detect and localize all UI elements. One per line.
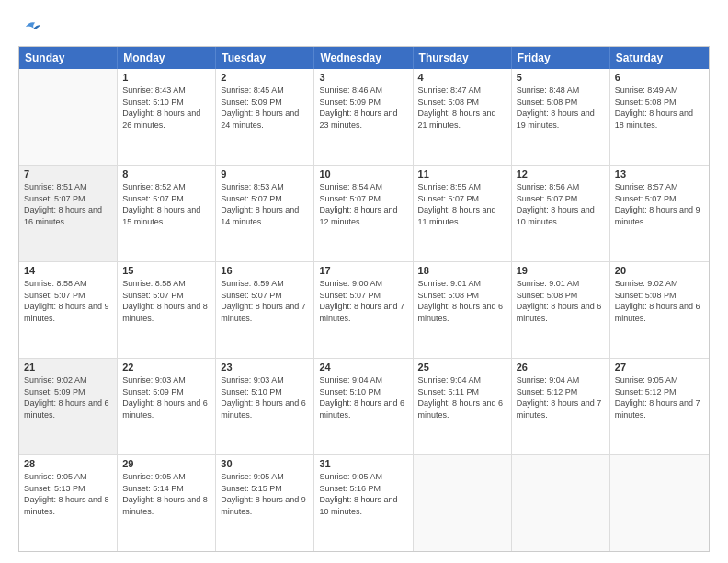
day-number: 3 — [319, 72, 407, 83]
day-number: 25 — [418, 362, 506, 373]
day-number: 21 — [24, 362, 112, 373]
day-number: 7 — [24, 168, 112, 179]
cell-info: Sunrise: 9:03 AMSunset: 5:10 PMDaylight:… — [221, 374, 309, 420]
calendar-cell: 9Sunrise: 8:53 AMSunset: 5:07 PMDaylight… — [216, 166, 314, 261]
calendar-cell: 28Sunrise: 9:05 AMSunset: 5:13 PMDayligh… — [19, 455, 118, 551]
calendar-header-cell: Wednesday — [314, 47, 413, 69]
calendar-cell: 11Sunrise: 8:55 AMSunset: 5:07 PMDayligh… — [414, 166, 512, 261]
calendar-row: 28Sunrise: 9:05 AMSunset: 5:13 PMDayligh… — [19, 455, 709, 551]
calendar-cell: 22Sunrise: 9:03 AMSunset: 5:09 PMDayligh… — [118, 359, 216, 454]
cell-info: Sunrise: 8:59 AMSunset: 5:07 PMDaylight:… — [221, 278, 309, 324]
calendar-cell: 30Sunrise: 9:05 AMSunset: 5:15 PMDayligh… — [216, 455, 314, 551]
cell-info: Sunrise: 9:04 AMSunset: 5:11 PMDaylight:… — [418, 374, 506, 420]
cell-info: Sunrise: 9:02 AMSunset: 5:09 PMDaylight:… — [24, 374, 112, 420]
cell-info: Sunrise: 8:48 AMSunset: 5:08 PMDaylight:… — [517, 85, 605, 131]
calendar-cell: 3Sunrise: 8:46 AMSunset: 5:09 PMDaylight… — [314, 69, 413, 165]
cell-info: Sunrise: 9:05 AMSunset: 5:15 PMDaylight:… — [221, 471, 309, 517]
day-number: 12 — [517, 168, 605, 179]
calendar-cell: 15Sunrise: 8:58 AMSunset: 5:07 PMDayligh… — [118, 262, 216, 358]
cell-info: Sunrise: 9:05 AMSunset: 5:13 PMDaylight:… — [24, 471, 112, 517]
calendar-cell: 27Sunrise: 9:05 AMSunset: 5:12 PMDayligh… — [610, 359, 709, 454]
logo-bird-icon — [20, 17, 40, 37]
cell-info: Sunrise: 8:56 AMSunset: 5:07 PMDaylight:… — [517, 181, 605, 227]
day-number: 10 — [319, 168, 407, 179]
day-number: 1 — [122, 72, 210, 83]
calendar-cell: 17Sunrise: 9:00 AMSunset: 5:07 PMDayligh… — [314, 262, 413, 358]
day-number: 4 — [418, 72, 506, 83]
calendar: SundayMondayTuesdayWednesdayThursdayFrid… — [18, 46, 710, 552]
cell-info: Sunrise: 9:04 AMSunset: 5:10 PMDaylight:… — [319, 374, 407, 420]
calendar-cell: 10Sunrise: 8:54 AMSunset: 5:07 PMDayligh… — [314, 166, 413, 261]
calendar-cell: 16Sunrise: 8:59 AMSunset: 5:07 PMDayligh… — [216, 262, 314, 358]
day-number: 11 — [418, 168, 506, 179]
calendar-header-cell: Thursday — [414, 47, 512, 69]
calendar-cell — [512, 455, 610, 551]
calendar-cell: 8Sunrise: 8:52 AMSunset: 5:07 PMDaylight… — [118, 166, 216, 261]
day-number: 9 — [221, 168, 309, 179]
day-number: 29 — [122, 458, 210, 469]
calendar-cell: 24Sunrise: 9:04 AMSunset: 5:10 PMDayligh… — [314, 359, 413, 454]
cell-info: Sunrise: 9:05 AMSunset: 5:16 PMDaylight:… — [319, 471, 407, 517]
day-number: 17 — [319, 265, 407, 276]
calendar-cell — [19, 69, 118, 165]
cell-info: Sunrise: 9:05 AMSunset: 5:12 PMDaylight:… — [615, 374, 704, 420]
calendar-cell: 14Sunrise: 8:58 AMSunset: 5:07 PMDayligh… — [19, 262, 118, 358]
calendar-header-cell: Tuesday — [216, 47, 314, 69]
cell-info: Sunrise: 9:03 AMSunset: 5:09 PMDaylight:… — [122, 374, 210, 420]
calendar-header-cell: Saturday — [610, 47, 709, 69]
day-number: 31 — [319, 458, 407, 469]
calendar-cell: 25Sunrise: 9:04 AMSunset: 5:11 PMDayligh… — [414, 359, 512, 454]
calendar-header-cell: Monday — [118, 47, 216, 69]
cell-info: Sunrise: 8:47 AMSunset: 5:08 PMDaylight:… — [418, 85, 506, 131]
cell-info: Sunrise: 8:53 AMSunset: 5:07 PMDaylight:… — [221, 181, 309, 227]
cell-info: Sunrise: 8:54 AMSunset: 5:07 PMDaylight:… — [319, 181, 407, 227]
calendar-cell: 5Sunrise: 8:48 AMSunset: 5:08 PMDaylight… — [512, 69, 610, 165]
calendar-row: 21Sunrise: 9:02 AMSunset: 5:09 PMDayligh… — [19, 359, 709, 455]
cell-info: Sunrise: 8:58 AMSunset: 5:07 PMDaylight:… — [122, 278, 210, 324]
day-number: 24 — [319, 362, 407, 373]
cell-info: Sunrise: 9:02 AMSunset: 5:08 PMDaylight:… — [615, 278, 704, 324]
cell-info: Sunrise: 9:00 AMSunset: 5:07 PMDaylight:… — [319, 278, 407, 324]
cell-info: Sunrise: 8:45 AMSunset: 5:09 PMDaylight:… — [221, 85, 309, 131]
day-number: 8 — [122, 168, 210, 179]
day-number: 14 — [24, 265, 112, 276]
cell-info: Sunrise: 9:04 AMSunset: 5:12 PMDaylight:… — [517, 374, 605, 420]
calendar-header: SundayMondayTuesdayWednesdayThursdayFrid… — [19, 47, 709, 69]
calendar-cell: 20Sunrise: 9:02 AMSunset: 5:08 PMDayligh… — [610, 262, 709, 358]
day-number: 15 — [122, 265, 210, 276]
calendar-cell: 18Sunrise: 9:01 AMSunset: 5:08 PMDayligh… — [414, 262, 512, 358]
calendar-cell: 31Sunrise: 9:05 AMSunset: 5:16 PMDayligh… — [314, 455, 413, 551]
cell-info: Sunrise: 8:52 AMSunset: 5:07 PMDaylight:… — [122, 181, 210, 227]
day-number: 26 — [517, 362, 605, 373]
cell-info: Sunrise: 9:01 AMSunset: 5:08 PMDaylight:… — [418, 278, 506, 324]
calendar-row: 1Sunrise: 8:43 AMSunset: 5:10 PMDaylight… — [19, 69, 709, 166]
day-number: 28 — [24, 458, 112, 469]
day-number: 5 — [517, 72, 605, 83]
cell-info: Sunrise: 8:51 AMSunset: 5:07 PMDaylight:… — [24, 181, 112, 227]
calendar-cell: 21Sunrise: 9:02 AMSunset: 5:09 PMDayligh… — [19, 359, 118, 454]
calendar-cell — [610, 455, 709, 551]
cell-info: Sunrise: 9:05 AMSunset: 5:14 PMDaylight:… — [122, 471, 210, 517]
calendar-cell: 26Sunrise: 9:04 AMSunset: 5:12 PMDayligh… — [512, 359, 610, 454]
day-number: 30 — [221, 458, 309, 469]
cell-info: Sunrise: 8:46 AMSunset: 5:09 PMDaylight:… — [319, 85, 407, 131]
calendar-cell: 7Sunrise: 8:51 AMSunset: 5:07 PMDaylight… — [19, 166, 118, 261]
calendar-cell: 1Sunrise: 8:43 AMSunset: 5:10 PMDaylight… — [118, 69, 216, 165]
calendar-row: 7Sunrise: 8:51 AMSunset: 5:07 PMDaylight… — [19, 166, 709, 262]
calendar-cell: 29Sunrise: 9:05 AMSunset: 5:14 PMDayligh… — [118, 455, 216, 551]
cell-info: Sunrise: 8:49 AMSunset: 5:08 PMDaylight:… — [615, 85, 704, 131]
cell-info: Sunrise: 8:43 AMSunset: 5:10 PMDaylight:… — [122, 85, 210, 131]
day-number: 22 — [122, 362, 210, 373]
calendar-row: 14Sunrise: 8:58 AMSunset: 5:07 PMDayligh… — [19, 262, 709, 359]
calendar-cell: 13Sunrise: 8:57 AMSunset: 5:07 PMDayligh… — [610, 166, 709, 261]
calendar-cell: 6Sunrise: 8:49 AMSunset: 5:08 PMDaylight… — [610, 69, 709, 165]
calendar-cell — [414, 455, 512, 551]
calendar-cell: 19Sunrise: 9:01 AMSunset: 5:08 PMDayligh… — [512, 262, 610, 358]
day-number: 23 — [221, 362, 309, 373]
cell-info: Sunrise: 9:01 AMSunset: 5:08 PMDaylight:… — [517, 278, 605, 324]
calendar-cell: 2Sunrise: 8:45 AMSunset: 5:09 PMDaylight… — [216, 69, 314, 165]
day-number: 27 — [615, 362, 704, 373]
day-number: 2 — [221, 72, 309, 83]
day-number: 20 — [615, 265, 704, 276]
calendar-body: 1Sunrise: 8:43 AMSunset: 5:10 PMDaylight… — [19, 69, 709, 551]
